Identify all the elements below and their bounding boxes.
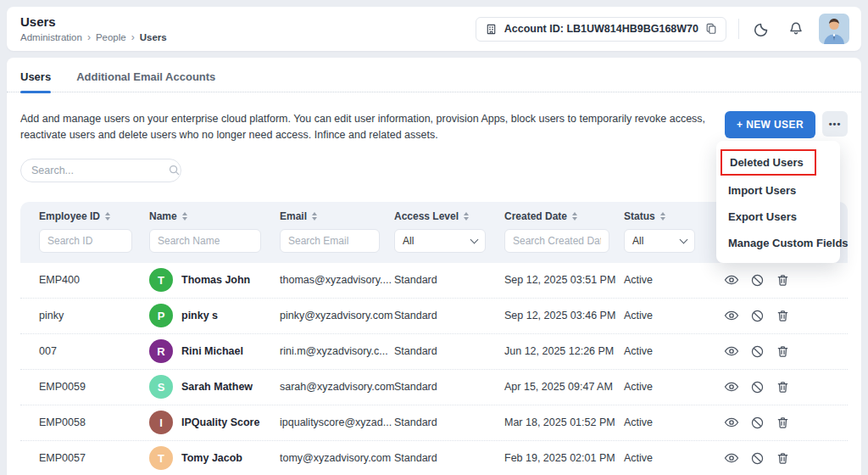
delete-user-button[interactable] (776, 415, 790, 430)
breadcrumb-item[interactable]: Administration (20, 32, 82, 42)
view-user-button[interactable] (724, 272, 739, 288)
table-body: EMP400 T Thomas John thomas@xyzadvisory.… (20, 263, 848, 475)
sort-icon (464, 212, 469, 221)
column-header-employee-id[interactable]: Employee ID (39, 210, 149, 222)
filter-email-input[interactable] (280, 229, 380, 253)
organization-icon (485, 23, 498, 36)
tab-users[interactable]: Users (20, 70, 51, 92)
dark-mode-toggle[interactable] (751, 18, 773, 40)
table-row[interactable]: pinky P pinky s pinky@xyzadvisory.com St… (20, 299, 848, 334)
delete-user-button[interactable] (776, 272, 790, 288)
created-date-cell: Sep 12, 2025 03:51 PM (504, 274, 624, 286)
employee-id-cell: EMP400 (39, 274, 149, 286)
filter-access-level-select[interactable]: All (394, 229, 486, 253)
notifications-button[interactable] (785, 18, 807, 40)
ellipsis-icon: ••• (829, 119, 842, 129)
created-date-cell: Jun 12, 2025 12:26 PM (504, 345, 624, 357)
table-row[interactable]: EMP0058 I IPQuality Score ipqualityscore… (20, 405, 848, 441)
access-level-cell: Standard (394, 381, 504, 393)
block-user-button[interactable] (750, 344, 765, 359)
access-level-cell: Standard (394, 310, 504, 321)
delete-user-button[interactable] (776, 450, 790, 466)
column-header-created-date[interactable]: Created Date (504, 210, 624, 222)
employee-id-cell: pinky (39, 310, 149, 321)
new-user-button[interactable]: + NEW USER (725, 111, 815, 138)
sort-icon (660, 212, 665, 221)
menu-item-manage-custom-fields[interactable]: Manage Custom Fields (716, 230, 840, 256)
access-level-cell: Standard (394, 274, 504, 286)
menu-item-export-users[interactable]: Export Users (716, 204, 840, 230)
view-user-button[interactable] (724, 379, 739, 394)
row-actions (712, 415, 848, 430)
email-cell: pinky@xyzadvisory.com (280, 310, 394, 321)
search-box (20, 159, 181, 182)
created-date-cell: Sep 12, 2025 03:46 PM (504, 310, 624, 321)
row-actions (712, 450, 848, 466)
employee-id-cell: EMP0059 (39, 381, 149, 393)
users-panel: Users Additional Email Accounts Add and … (7, 58, 861, 475)
copy-icon[interactable] (705, 23, 717, 35)
email-cell: sarah@xyzadvisory.com (280, 381, 394, 393)
name-cell: S Sarah Mathew (149, 375, 280, 399)
block-user-button[interactable] (750, 450, 765, 466)
block-user-button[interactable] (750, 272, 765, 288)
view-user-button[interactable] (724, 344, 739, 359)
status-cell: Active (624, 381, 712, 393)
delete-user-button[interactable] (776, 344, 790, 359)
table-row[interactable]: EMP400 T Thomas John thomas@xyzadvisory.… (20, 263, 848, 299)
bell-icon (787, 20, 804, 37)
view-user-button[interactable] (724, 308, 739, 323)
delete-user-button[interactable] (776, 379, 790, 394)
account-id-pill: Account ID: LB1UW814HB9BG168W70 (476, 17, 726, 42)
divider (738, 19, 739, 39)
filter-status-select[interactable]: All (624, 229, 695, 253)
email-cell: rini.m@xyzadvisory.c... (280, 345, 394, 357)
block-user-button[interactable] (750, 308, 765, 323)
table-row[interactable]: 007 R Rini Michael rini.m@xyzadvisory.c.… (20, 334, 848, 370)
name-cell: R Rini Michael (149, 339, 280, 363)
name-cell: P pinky s (149, 304, 280, 327)
column-header-access-level[interactable]: Access Level (394, 210, 504, 222)
table-row[interactable]: EMP0059 S Sarah Mathew sarah@xyzadvisory… (20, 370, 848, 405)
user-initial-avatar: R (149, 339, 173, 363)
sort-icon (182, 212, 187, 221)
view-user-button[interactable] (724, 415, 739, 430)
moon-icon (754, 20, 771, 37)
view-user-button[interactable] (724, 450, 739, 466)
search-input[interactable] (31, 165, 168, 176)
user-avatar[interactable] (819, 14, 849, 44)
more-actions-button[interactable]: ••• (822, 111, 848, 137)
sort-icon (572, 212, 577, 221)
menu-item-import-users[interactable]: Import Users (716, 177, 840, 204)
delete-user-button[interactable] (776, 308, 790, 323)
chevron-down-icon (470, 235, 479, 243)
chevron-down-icon (680, 235, 688, 243)
email-cell: thomas@xyzadvisory.... (280, 274, 394, 286)
employee-id-cell: EMP0057 (39, 452, 149, 464)
column-header-status[interactable]: Status (624, 210, 712, 222)
user-name: Tomy Jacob (181, 452, 242, 464)
column-header-name[interactable]: Name (149, 210, 280, 222)
block-user-button[interactable] (750, 415, 765, 430)
user-name: Rini Michael (181, 345, 243, 357)
account-id-text: Account ID: LB1UW814HB9BG168W70 (504, 23, 698, 35)
access-level-cell: Standard (394, 416, 504, 428)
user-name: Thomas John (181, 274, 250, 286)
filter-employee-id-input[interactable] (39, 229, 132, 253)
status-cell: Active (624, 345, 712, 357)
menu-item-deleted-users[interactable]: Deleted Users (721, 149, 816, 176)
employee-id-cell: 007 (39, 345, 149, 357)
row-actions (712, 308, 848, 323)
breadcrumb: Administration › People › Users (20, 31, 167, 43)
filter-created-date-input[interactable] (504, 229, 609, 253)
sort-icon (312, 212, 317, 221)
filter-name-input[interactable] (149, 229, 261, 253)
table-row[interactable]: EMP0057 T Tomy Jacob tomy@xyzadvisory.co… (20, 441, 848, 475)
created-date-cell: Mar 18, 2025 01:52 PM (504, 416, 624, 428)
block-user-button[interactable] (750, 379, 765, 394)
tab-bar: Users Additional Email Accounts (7, 58, 861, 92)
tab-additional-email-accounts[interactable]: Additional Email Accounts (76, 70, 215, 92)
column-header-email[interactable]: Email (280, 210, 394, 222)
name-cell: T Tomy Jacob (149, 446, 280, 470)
breadcrumb-item[interactable]: People (96, 32, 126, 42)
